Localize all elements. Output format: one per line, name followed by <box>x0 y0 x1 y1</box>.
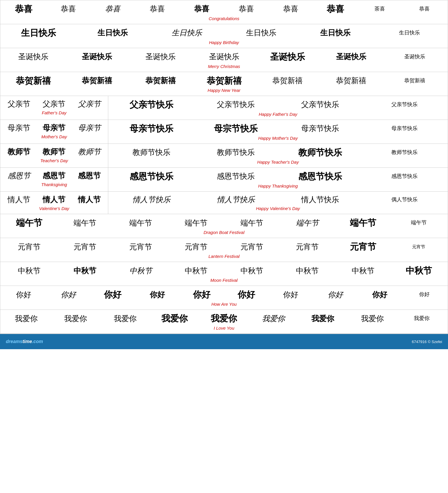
chinese-text: 感恩节快乐 <box>217 172 255 181</box>
chinese-text: 元宵节 <box>74 242 96 251</box>
chinese-text: 感恩节快乐 <box>130 171 173 182</box>
cell: 生日快乐 <box>1 27 76 39</box>
valentines-left-cells: 情人节 情人节 情人节 <box>1 194 107 205</box>
chinese-text: 圣诞快乐 <box>145 52 176 61</box>
cell: 恭喜 <box>90 3 135 15</box>
cell: 感恩节 <box>1 170 36 181</box>
cell: 母亲节 <box>36 122 72 134</box>
cell: 端午节 <box>224 217 280 229</box>
english-label: Mother's Day <box>41 134 67 139</box>
chinese-text: 中秋节 <box>352 266 374 275</box>
cell: 恭贺新禧 <box>129 75 192 86</box>
label-row: Happy Father's Day <box>109 111 447 118</box>
cell: 恭贺新禧 <box>319 75 383 86</box>
logo-text: dreamsdreamstimetime.com <box>6 339 43 344</box>
chinese-text: 端午节 <box>74 218 96 228</box>
chinese-text: 元宵节 <box>350 242 376 252</box>
cell: 元宵节 <box>113 241 168 253</box>
chinese-text: 我爱你 <box>311 314 334 323</box>
cell: 中秋节 <box>113 265 168 277</box>
cell: 生日快乐 <box>76 27 150 39</box>
split-right-teachers: 教师节快乐 教师节快乐 教师节快乐 教师节快乐 Happy Teacher's … <box>108 144 448 167</box>
cell: 中秋节 <box>391 264 447 277</box>
cell: 你好 <box>402 290 447 299</box>
chinese-text: 我爱你 <box>211 313 237 324</box>
chinese-text: 茶喜 <box>374 6 385 12</box>
cell: 你好 <box>46 289 91 300</box>
chinese-text: 父亲节 <box>8 99 30 109</box>
chinese-text: 教师节快乐 <box>391 149 418 156</box>
chinese-text: 母宗节快乐 <box>214 123 258 134</box>
cell: 感恩节 <box>36 170 72 181</box>
cell: 父亲节 <box>1 98 36 110</box>
split-left-valentines: 情人节 情人节 情人节 Valentine's Day <box>0 192 108 214</box>
chinese-text: 我爱你 <box>161 313 188 324</box>
cell: 端午节 <box>113 217 168 229</box>
chinese-text: 中秋节 <box>74 266 96 275</box>
chinese-text: 我爱你 <box>361 314 384 323</box>
cell: 元宵节 <box>335 240 391 253</box>
cell: 中秋节 <box>335 265 391 277</box>
chinese-text: 母亲节快乐 <box>301 124 339 133</box>
mothers-left-cells: 母亲节 母亲节 母亲节 <box>1 122 107 134</box>
english-label: Merry Christmas <box>208 64 240 69</box>
english-label: Happy Teacher's Day <box>257 160 299 165</box>
split-left-thanksgiving: 感恩节 感恩节 感恩节 Thanksgiving <box>0 168 108 191</box>
chinese-text: 感恩节快乐 <box>391 173 418 180</box>
chinese-text: 中秋节 <box>240 266 263 275</box>
cell: 端午节 <box>1 216 57 229</box>
chinese-text: 母亲节 <box>43 123 65 132</box>
chinese-text: 恭贺新禧 <box>336 76 366 85</box>
cell: 我爱你 <box>397 314 447 323</box>
chinese-text: 恭贺新禧 <box>207 76 242 86</box>
christmas-cells: 圣诞快乐 圣诞快乐 圣诞快乐 圣诞快乐 圣诞快乐 圣诞快乐 圣诞快乐 <box>1 50 447 63</box>
chinese-text: 我爱你 <box>414 315 430 322</box>
cell: 恭喜 <box>135 3 180 15</box>
chinese-text: 母亲节 <box>8 123 30 132</box>
cell: 你好 <box>135 289 180 300</box>
chinese-text: 情人节快乐 <box>301 195 339 204</box>
cell: 圣诞快乐 <box>256 50 319 63</box>
chinese-text: 母亲节快乐 <box>391 125 418 132</box>
chinese-text: 我爱你 <box>15 314 38 323</box>
chinese-text: 端午节 <box>185 218 208 228</box>
cell: 生日快乐 <box>224 27 298 39</box>
cell: 我爱你 <box>1 313 51 324</box>
chinese-text: 恭喜 <box>105 4 120 13</box>
chinese-text: 中秋节 <box>185 266 208 275</box>
chinese-text: 元宵节 <box>129 242 152 251</box>
label-row: Dragon Boat Festival <box>1 229 447 237</box>
cell: 情人节快乐 <box>278 194 362 205</box>
split-right-valentines: 情人节快乐 情人节快乐 情人节快乐 偶人节快乐 Happy Valentine'… <box>108 192 448 214</box>
chinese-text: 父亲节快乐 <box>217 100 255 109</box>
label-row: Happy New Year <box>1 87 447 95</box>
cell: 圣诞快乐 <box>65 51 129 62</box>
chinese-text: 端午节 <box>296 218 319 228</box>
cell: 中秋节 <box>57 265 113 277</box>
chinese-text: 情人节 <box>43 195 65 204</box>
cell: 教师节快乐 <box>109 147 194 158</box>
cell: 恭喜 <box>46 3 91 15</box>
chinese-text: 感恩节 <box>8 171 30 180</box>
chinese-text: 你好 <box>238 289 255 300</box>
chinese-text: 父亲节快乐 <box>391 102 418 108</box>
label-row: Happy Teacher's Day <box>109 159 447 166</box>
chinese-text: 你好 <box>150 290 165 299</box>
cell: 情人节快乐 <box>109 194 194 205</box>
valentines-right-cells: 情人节快乐 情人节快乐 情人节快乐 偶人节快乐 <box>109 194 447 205</box>
cell: 端午节 <box>57 217 113 229</box>
chinese-text: 母亲节快乐 <box>130 123 173 134</box>
chinese-text: 恭喜 <box>327 4 344 14</box>
chinese-text: 生日快乐 <box>320 28 351 37</box>
split-right-thanksgiving: 感恩节快乐 感恩节快乐 感恩节快乐 感恩节快乐 Happy Thanksgivi… <box>108 168 448 191</box>
chinese-text: 中秋节 <box>18 266 41 275</box>
chinese-text: 中秋节 <box>129 266 152 275</box>
cell: 你好 <box>269 289 313 300</box>
new-year-cells: 恭贺新禧 恭贺新禧 恭贺新禧 恭贺新禧 恭贺新禧 恭贺新禧 恭贺新禧 <box>1 74 447 87</box>
teachers-right-cells: 教师节快乐 教师节快乐 教师节快乐 教师节快乐 <box>109 146 447 159</box>
english-label: Teacher's Day <box>40 158 68 163</box>
cell: 中秋节 <box>168 265 224 277</box>
congratulations-cells: 恭喜 恭喜 恭喜 恭喜 恭喜 恭喜 恭喜 恭喜 <box>1 3 447 15</box>
cell: 父亲节快乐 <box>194 99 278 110</box>
chinese-text: 教师节快乐 <box>217 148 255 157</box>
